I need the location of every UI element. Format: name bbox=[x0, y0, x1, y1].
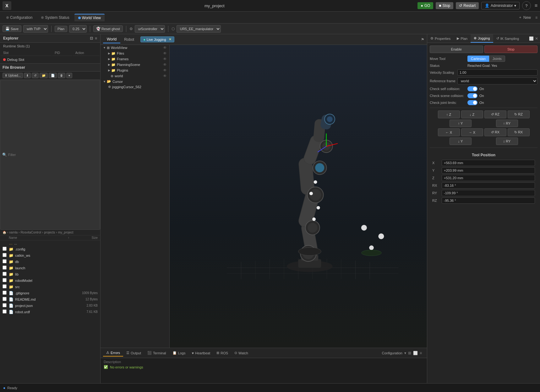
filter-input[interactable] bbox=[8, 153, 98, 157]
flag-icon[interactable]: ⚑ bbox=[421, 37, 424, 42]
tab-world[interactable]: World bbox=[103, 36, 120, 43]
expand-icon[interactable]: ⊡ bbox=[90, 36, 93, 40]
tab-configuration[interactable]: Configuration bbox=[3, 14, 36, 21]
checkbox-lib[interactable] bbox=[3, 272, 7, 276]
file-item-lib[interactable]: 📁 lib bbox=[0, 271, 100, 277]
jog-rx-ccw[interactable]: ↺ RX bbox=[484, 128, 506, 136]
grid-icon[interactable]: ⊞ bbox=[408, 351, 411, 355]
tab-output[interactable]: ☰ Output bbox=[123, 350, 144, 356]
jog-ry-down[interactable]: ↕ RY bbox=[496, 137, 518, 145]
checkbox-db[interactable] bbox=[3, 259, 7, 263]
tree-plugins[interactable]: ▶ 📁 Plugins 👁 bbox=[101, 67, 169, 73]
restart-button[interactable]: ↺ Restart bbox=[456, 2, 479, 9]
file-item-db[interactable]: 📁 db bbox=[0, 259, 100, 265]
velocity-input[interactable] bbox=[457, 69, 537, 76]
joints-toggle[interactable]: Joints bbox=[489, 56, 505, 62]
tree-joggingcursor[interactable]: ⊕ joggingCursor_562 bbox=[101, 84, 169, 89]
tool-z-input[interactable] bbox=[442, 175, 535, 181]
jog-rx-cw[interactable]: ↻ RX bbox=[508, 128, 530, 136]
stop-jog-button[interactable]: Stop bbox=[484, 46, 538, 53]
tree-frames[interactable]: ▶ 📁 Frames 👁 bbox=[101, 56, 169, 62]
tab-new[interactable]: ＋ New bbox=[515, 13, 534, 21]
save-button[interactable]: 💾 Save bbox=[3, 25, 21, 32]
checkbox-src[interactable] bbox=[3, 284, 7, 288]
checkbox-readme[interactable] bbox=[3, 297, 7, 301]
vis-eye-planning[interactable]: 👁 bbox=[163, 62, 167, 67]
expand-right-icon[interactable]: ⬜ bbox=[529, 36, 534, 41]
jog-z-down[interactable]: ↓ Z bbox=[461, 110, 483, 118]
tree-arrow-files[interactable]: ▶ bbox=[108, 52, 110, 55]
home-icon[interactable]: 🏠 bbox=[3, 231, 6, 234]
help-button[interactable]: ? bbox=[522, 1, 531, 10]
check-scene-switch[interactable] bbox=[467, 93, 477, 98]
tree-arrow-planning[interactable]: ▶ bbox=[108, 63, 110, 66]
jog-y-up[interactable]: ↑ Y bbox=[450, 120, 472, 127]
expand-icon[interactable]: ⬜ bbox=[413, 351, 418, 355]
vis-icon-eye[interactable]: 👁 bbox=[163, 46, 167, 50]
stop-button[interactable]: ■ Stop bbox=[436, 2, 453, 9]
tab-robot[interactable]: Robot bbox=[120, 36, 138, 43]
tool-x-input[interactable] bbox=[442, 160, 535, 166]
delete-button[interactable]: 🗑 bbox=[58, 73, 65, 78]
tool-rz-input[interactable] bbox=[442, 197, 535, 204]
tool-ry-input[interactable] bbox=[442, 190, 535, 196]
file-item-gitignore[interactable]: 📄 .gitignore 1009 Bytes bbox=[0, 290, 100, 296]
tree-arrow-cursor[interactable]: ▼ bbox=[103, 80, 106, 83]
refresh-button[interactable]: ↺ bbox=[32, 73, 39, 78]
cartesian-toggle[interactable]: Cartesian bbox=[467, 56, 489, 62]
breadcrumb-projects[interactable]: projects bbox=[44, 231, 55, 234]
tab-watch[interactable]: ⊙ Watch bbox=[231, 350, 251, 356]
menu-icon[interactable]: ≡ bbox=[535, 3, 537, 8]
file-item-src[interactable]: 📁 src bbox=[0, 284, 100, 290]
file-item-robotmodel[interactable]: 📁 robotModel bbox=[0, 277, 100, 284]
checkbox-robotmodel[interactable] bbox=[3, 278, 7, 282]
vis-eye-plugins[interactable]: 👁 bbox=[163, 68, 167, 72]
check-self-switch[interactable] bbox=[467, 86, 477, 91]
file-item-config[interactable]: 📁 .config bbox=[0, 246, 100, 252]
tree-planningscene[interactable]: ▶ 📁 PlanningScene 👁 bbox=[101, 62, 169, 67]
tree-arrow-worldview[interactable]: ▼ bbox=[103, 46, 106, 49]
vis-eye-files[interactable]: 👁 bbox=[163, 51, 167, 56]
tab-jogging[interactable]: ⊕ Jogging bbox=[471, 34, 493, 43]
vis-eye-frames[interactable]: 👁 bbox=[163, 57, 167, 61]
runtime-row[interactable]: Debug Slot bbox=[1, 56, 100, 63]
jog-rz-ccw[interactable]: ↺ RZ bbox=[484, 110, 506, 118]
breadcrumb-myproject[interactable]: my_project bbox=[58, 231, 74, 234]
plan-button[interactable]: Plan bbox=[55, 26, 67, 32]
tab-properties[interactable]: ⚙ Properties bbox=[427, 34, 454, 43]
tree-cursor[interactable]: ▼ 📂 Cursor bbox=[101, 79, 169, 84]
more-button[interactable]: ▾ bbox=[66, 73, 72, 78]
ref-frame-select-jog[interactable]: world bbox=[457, 78, 537, 84]
file-item-roboturdf[interactable]: 📄 robot.urdf 7.61 KB bbox=[0, 309, 100, 315]
tool-rx-input[interactable] bbox=[442, 182, 535, 189]
breadcrumb-xamla[interactable]: xamla bbox=[9, 231, 18, 234]
tab-menu-icon[interactable]: ≡ bbox=[535, 15, 537, 20]
tree-world[interactable]: ⊕ world 👁 bbox=[101, 73, 169, 79]
vis-eye-world[interactable]: 👁 bbox=[163, 74, 167, 78]
tab-terminal[interactable]: ⬛ Terminal bbox=[144, 350, 169, 356]
jog-x-left[interactable]: ← X bbox=[438, 128, 460, 136]
breadcrumb-rosvita[interactable]: RosvitaControl bbox=[20, 231, 41, 234]
admin-button[interactable]: 👤 Administrator ▾ bbox=[481, 2, 520, 9]
jog-ry-up[interactable]: ↑ RY bbox=[496, 120, 518, 127]
checkbox-projectjson[interactable] bbox=[3, 303, 7, 307]
reset-ghost-button[interactable]: 👻 Reset ghost bbox=[93, 25, 123, 32]
close-right-icon[interactable]: ✕ bbox=[535, 36, 538, 41]
new-folder-button[interactable]: 📁 bbox=[40, 73, 48, 78]
checkbox-catkin[interactable] bbox=[3, 253, 7, 257]
checkbox-config[interactable] bbox=[3, 247, 7, 251]
tree-files[interactable]: ▶ 📁 Files 👁 bbox=[101, 51, 169, 56]
tab-heartbeat[interactable]: ♥ Heartbeat bbox=[188, 350, 213, 356]
tab-ik-sampling[interactable]: ↺ IK Sampling bbox=[493, 34, 522, 43]
file-item-launch[interactable]: 📁 launch bbox=[0, 265, 100, 271]
checkbox-launch[interactable] bbox=[3, 266, 7, 270]
config-chevron[interactable]: ▾ bbox=[404, 351, 406, 355]
tab-plan[interactable]: ▶ Plan bbox=[454, 34, 471, 43]
jog-x-right[interactable]: → X bbox=[461, 128, 483, 136]
menu-icon[interactable]: ≡ bbox=[95, 36, 97, 40]
live-jogging-close[interactable]: ✕ bbox=[169, 37, 172, 41]
tab-world-view[interactable]: World View bbox=[74, 14, 105, 21]
file-item-catkin[interactable]: 📁 catkin_ws bbox=[0, 252, 100, 259]
file-item-parent[interactable]: … ... bbox=[0, 240, 100, 246]
jog-z-up[interactable]: ↑ Z bbox=[438, 110, 460, 118]
